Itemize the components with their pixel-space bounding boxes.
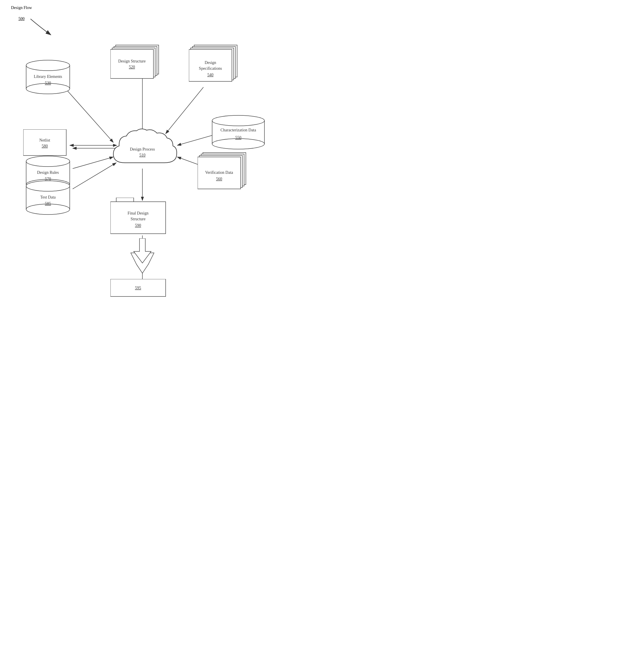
svg-text:Final Design: Final Design xyxy=(128,211,148,215)
svg-line-3 xyxy=(67,90,113,142)
svg-text:510: 510 xyxy=(140,153,146,157)
svg-text:585: 585 xyxy=(45,201,51,206)
svg-text:520: 520 xyxy=(129,65,135,69)
svg-text:Test Data: Test Data xyxy=(40,195,56,199)
svg-text:Design Process: Design Process xyxy=(130,147,155,151)
netlist-node: Netlist 580 xyxy=(23,129,70,160)
svg-text:595: 595 xyxy=(135,286,141,290)
final-design-node: Final Design Structure 590 xyxy=(110,198,168,239)
svg-point-26 xyxy=(26,60,70,71)
svg-text:Specifications: Specifications xyxy=(199,66,222,71)
down-arrow xyxy=(124,238,161,266)
svg-point-63 xyxy=(26,181,70,191)
svg-text:580: 580 xyxy=(42,144,48,148)
svg-rect-20 xyxy=(110,50,153,78)
output-node: 595 xyxy=(110,279,168,301)
diagram: Design Flow 500 Design Process 510 Desig… xyxy=(0,0,318,336)
svg-text:Structure: Structure xyxy=(130,217,145,221)
svg-rect-57 xyxy=(23,129,66,156)
svg-marker-72 xyxy=(134,238,151,263)
svg-text:Design: Design xyxy=(205,60,216,65)
flow-label: Design Flow 500 xyxy=(11,5,32,22)
svg-text:540: 540 xyxy=(207,73,214,77)
svg-text:Design Structure: Design Structure xyxy=(118,59,146,63)
svg-line-4 xyxy=(166,87,203,134)
svg-text:530: 530 xyxy=(45,81,51,85)
verif-data-node: Verification Data 560 xyxy=(198,151,256,198)
svg-text:590: 590 xyxy=(135,223,141,228)
svg-line-7 xyxy=(73,157,113,168)
svg-text:Netlist: Netlist xyxy=(39,138,50,142)
svg-text:Design Rules: Design Rules xyxy=(37,170,59,175)
design-process-node: Design Process 510 xyxy=(108,128,177,175)
svg-point-40 xyxy=(212,115,265,126)
svg-text:550: 550 xyxy=(235,135,241,140)
char-data-node: Characterization Data 550 xyxy=(209,113,267,152)
svg-point-41 xyxy=(212,139,265,149)
design-specs-node: Design Specifications 540 xyxy=(189,43,247,90)
svg-text:Library Elements: Library Elements xyxy=(34,74,62,79)
svg-text:Characterization Data: Characterization Data xyxy=(221,128,256,132)
svg-text:Verification Data: Verification Data xyxy=(205,170,233,175)
svg-text:560: 560 xyxy=(216,177,222,181)
library-elements-node: Library Elements 530 xyxy=(23,58,73,97)
design-structure-node: Design Structure 520 xyxy=(110,43,163,81)
test-data-node: Test Data 585 xyxy=(23,179,73,218)
